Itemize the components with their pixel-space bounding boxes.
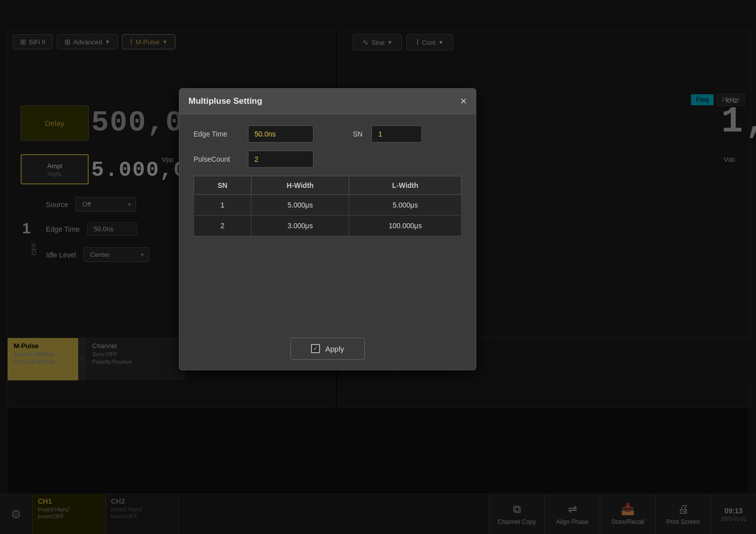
table-cell-hwidth-2: 3.000μs	[251, 216, 349, 236]
apply-label: Apply	[325, 345, 344, 353]
modal-edge-time-row: Edge Time SN	[194, 125, 462, 143]
modal-table: SN H-Width L-Width 1 5.000μs 5.000μs 2 3…	[194, 176, 462, 236]
edge-time-field-label: Edge Time	[194, 130, 239, 138]
apply-button[interactable]: ✓ Apply	[290, 338, 365, 360]
check-mark-icon: ✓	[313, 345, 318, 352]
table-row[interactable]: 2 3.000μs 100.000μs	[194, 216, 462, 236]
pulse-count-input[interactable]	[248, 151, 313, 168]
modal-footer: ✓ Apply	[179, 338, 476, 360]
pulse-count-label: PulseCount	[194, 155, 239, 163]
table-cell-hwidth-1: 5.000μs	[251, 195, 349, 216]
modal-body: Edge Time SN PulseCount SN H-Width L-Wid…	[179, 114, 476, 247]
table-cell-sn-1: 1	[194, 195, 251, 216]
table-cell-lwidth-1: 5.000μs	[349, 195, 462, 216]
modal-header: Multipluse Setting ×	[179, 89, 476, 114]
table-header-sn: SN	[194, 176, 251, 195]
modal-dialog: Multipluse Setting × Edge Time SN PulseC…	[179, 88, 476, 370]
table-header-lwidth: L-Width	[349, 176, 462, 195]
edge-time-input[interactable]	[248, 125, 313, 143]
table-header-hwidth: H-Width	[251, 176, 349, 195]
modal-close-button[interactable]: ×	[460, 96, 467, 107]
modal-title: Multipluse Setting	[188, 96, 262, 106]
sn-label: SN	[353, 130, 362, 138]
sn-input[interactable]	[371, 125, 422, 143]
modal-pulse-count-row: PulseCount	[194, 151, 462, 168]
table-row[interactable]: 1 5.000μs 5.000μs	[194, 195, 462, 216]
table-cell-lwidth-2: 100.000μs	[349, 216, 462, 236]
table-cell-sn-2: 2	[194, 216, 251, 236]
apply-checkbox-icon: ✓	[311, 344, 320, 353]
